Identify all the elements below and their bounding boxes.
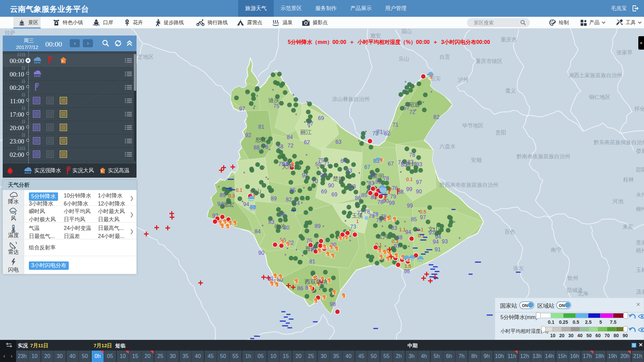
svg-text:90: 90 [328, 183, 334, 188]
svg-text:97: 97 [420, 215, 426, 220]
svg-text:67: 67 [307, 121, 313, 127]
svg-text:c: c [101, 169, 103, 173]
svg-text:c: c [330, 246, 331, 249]
svg-text:75: 75 [273, 103, 279, 109]
svg-text:58: 58 [277, 144, 283, 149]
svg-text:柳州: 柳州 [636, 206, 644, 212]
svg-text:钦州: 钦州 [567, 275, 578, 281]
svg-text:c: c [387, 217, 389, 221]
svg-text:76: 76 [392, 185, 398, 191]
svg-text:黔东南苗族侗族自治州: 黔东南苗族侗族自治州 [593, 139, 644, 145]
svg-text:c: c [401, 256, 403, 259]
svg-text:文山: 文山 [428, 226, 439, 232]
svg-text:c: c [274, 275, 275, 278]
svg-text:99: 99 [389, 200, 395, 206]
svg-text:c: c [345, 236, 346, 240]
svg-text:83: 83 [350, 184, 356, 189]
svg-text:84: 84 [255, 229, 261, 234]
svg-text:自贡: 自贡 [439, 54, 450, 60]
svg-text:89: 89 [220, 192, 226, 198]
svg-text:99: 99 [407, 203, 413, 208]
svg-text:c: c [318, 250, 320, 253]
svg-text:83: 83 [368, 180, 374, 186]
svg-text:82: 82 [286, 197, 292, 202]
svg-text:大理: 大理 [282, 164, 293, 170]
svg-text:85: 85 [361, 192, 367, 198]
svg-text:67: 67 [388, 161, 394, 167]
svg-text:遵义: 遵义 [505, 88, 516, 94]
svg-text:88: 88 [254, 145, 260, 150]
svg-text:69: 69 [321, 189, 327, 194]
svg-text:c: c [333, 291, 334, 295]
svg-text:泸州: 泸州 [458, 77, 469, 82]
svg-text:百色: 百色 [504, 229, 515, 235]
svg-text:茂名: 茂名 [636, 289, 644, 295]
svg-text:0.1: 0.1 [236, 187, 243, 193]
svg-text:c: c [295, 280, 297, 284]
svg-text:c: c [226, 225, 228, 229]
svg-text:c: c [223, 221, 225, 224]
svg-text:六盘水: 六盘水 [439, 143, 455, 149]
svg-text:82: 82 [433, 114, 439, 120]
svg-text:94: 94 [320, 172, 326, 178]
svg-text:凉山彝族自治州: 凉山彝族自治州 [332, 96, 370, 102]
svg-text:83: 83 [346, 168, 352, 174]
svg-text:桂林: 桂林 [623, 177, 634, 182]
svg-text:93: 93 [442, 239, 448, 244]
svg-text:张家界: 张家界 [616, 50, 633, 55]
svg-text:62: 62 [304, 139, 310, 145]
svg-text:98: 98 [404, 268, 410, 274]
svg-text:89: 89 [315, 223, 321, 229]
svg-text:来宾: 来宾 [623, 224, 633, 230]
svg-text:83: 83 [268, 219, 274, 225]
svg-text:72: 72 [409, 109, 415, 115]
svg-text:c: c [335, 248, 337, 251]
svg-text:c: c [221, 225, 222, 228]
svg-text:78: 78 [380, 214, 386, 220]
svg-text:永州: 永州 [636, 192, 644, 197]
svg-text:c: c [342, 295, 344, 298]
svg-text:丽江: 丽江 [300, 129, 312, 135]
svg-text:重庆市: 重庆市 [501, 37, 517, 43]
svg-text:81: 81 [375, 179, 381, 185]
svg-text:86: 86 [297, 286, 303, 291]
svg-text:临沧: 临沧 [274, 223, 286, 230]
svg-text:66: 66 [279, 212, 285, 218]
svg-text:c: c [323, 296, 324, 300]
svg-text:c: c [62, 59, 64, 63]
svg-text:拉萨: 拉萨 [5, 30, 15, 36]
svg-text:攀枝花: 攀枝花 [375, 129, 391, 135]
svg-text:0.1: 0.1 [406, 177, 413, 182]
svg-text:贵阳: 贵阳 [495, 130, 506, 135]
svg-text:99: 99 [406, 186, 412, 192]
svg-text:c: c [275, 284, 277, 287]
svg-text:86: 86 [355, 195, 361, 201]
svg-text:84: 84 [287, 134, 293, 140]
svg-text:c: c [326, 253, 328, 256]
svg-text:宜宾: 宜宾 [430, 76, 441, 81]
svg-text:1: 1 [356, 219, 359, 224]
svg-text:97: 97 [239, 106, 245, 112]
svg-text:98: 98 [330, 301, 336, 307]
svg-text:94: 94 [302, 173, 308, 178]
svg-text:85: 85 [411, 217, 417, 222]
svg-text:79: 79 [390, 194, 396, 199]
svg-text:1.1: 1.1 [399, 227, 406, 232]
svg-text:迪庆: 迪庆 [268, 97, 280, 104]
svg-text:贵港: 贵港 [636, 240, 644, 245]
svg-text:89: 89 [271, 196, 277, 201]
svg-text:81: 81 [258, 124, 264, 130]
svg-text:c: c [395, 254, 396, 258]
svg-text:昆明: 昆明 [373, 173, 384, 179]
svg-text:94: 94 [433, 239, 439, 245]
svg-text:71: 71 [392, 122, 398, 128]
svg-text:90: 90 [258, 250, 264, 256]
svg-text:74: 74 [294, 200, 300, 206]
svg-text:97: 97 [416, 179, 422, 185]
svg-text:95: 95 [290, 187, 296, 193]
svg-text:c: c [219, 222, 220, 225]
svg-text:59: 59 [315, 162, 321, 167]
svg-text:c: c [328, 280, 329, 283]
svg-text:德宏: 德宏 [223, 201, 234, 208]
svg-text:怒江: 怒江 [255, 137, 267, 143]
